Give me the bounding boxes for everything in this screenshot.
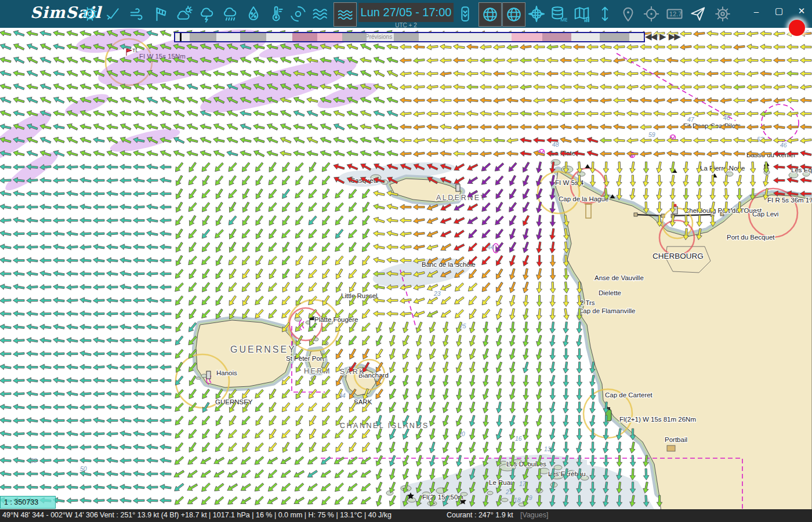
poi-pin-icon[interactable]	[618, 4, 638, 24]
timeline-segment	[240, 33, 266, 41]
compass-rose-icon[interactable]	[527, 4, 546, 24]
svg-text:FI R 5s 36m 17: FI R 5s 36m 17	[767, 197, 812, 204]
statusbar: 49°N 48' 344 - 002°W 14' 306 Vent : 251°…	[0, 509, 812, 522]
timeline-segment	[600, 33, 629, 41]
svg-text:Fl(2) 15s 50m: Fl(2) 15s 50m	[422, 494, 463, 501]
settings-icon[interactable]	[80, 4, 100, 24]
cursor-position: 49°N 48' 344 - 002°W 14' 306	[2, 511, 98, 519]
updown-icon[interactable]	[595, 4, 615, 24]
svg-text:23: 23	[433, 290, 441, 297]
timeline-cursor[interactable]	[180, 33, 182, 41]
svg-text:Port du Becquet: Port du Becquet	[727, 234, 775, 241]
scale-indicator: 1 : 350733	[0, 496, 56, 509]
timeline-segment	[512, 33, 542, 41]
playback-controls: ◀◀▶▶▶	[645, 31, 683, 42]
rewind-button[interactable]: ◀◀	[645, 31, 656, 41]
svg-text:Fit Deep-Sea Pilots: Fit Deep-Sea Pilots	[683, 122, 741, 129]
current-readout: Courant : 247° 1.9 kt	[447, 511, 513, 519]
chart-map[interactable]: TL47595246464836585044342117191813162023…	[0, 28, 812, 509]
maximize-button[interactable]: ▢	[767, 0, 791, 22]
svg-text:12.7: 12.7	[669, 10, 682, 17]
clock-date: Lun 27/05 - 17:00	[361, 6, 452, 19]
svg-text:Hanois: Hanois	[216, 369, 237, 376]
send-icon[interactable]	[688, 4, 708, 24]
value-badge-icon[interactable]: 12.7	[665, 4, 684, 24]
timeline-segment	[542, 33, 571, 41]
svg-text:Anse de Vauville: Anse de Vauville	[594, 274, 644, 281]
thermometer-icon[interactable]	[266, 4, 286, 24]
svg-text:Portbail: Portbail	[665, 436, 687, 443]
simsail-window: SimSail Lun 27/05 - 17:00 UTC + 2 MB12.7…	[0, 0, 812, 522]
database-mb-icon[interactable]: MB	[549, 4, 568, 24]
svg-text:St Peter Port: St Peter Port	[286, 355, 325, 362]
svg-text:GUERNSEY: GUERNSEY	[230, 345, 296, 354]
svg-text:48: 48	[552, 141, 559, 148]
humidity-icon[interactable]	[244, 4, 263, 24]
svg-text:Cap de Carteret: Cap de Carteret	[605, 392, 653, 398]
svg-text:Dielette: Dielette	[599, 289, 621, 296]
timeline-segment	[292, 33, 317, 41]
wind-icon[interactable]	[128, 4, 147, 24]
cyclone-icon[interactable]	[288, 4, 308, 24]
svg-text:Cap Levi: Cap Levi	[752, 211, 778, 217]
globe-layer-icon[interactable]	[478, 2, 502, 27]
forecast-timeline[interactable]: Prévisions	[174, 32, 645, 42]
chart-catalog-icon[interactable]	[572, 4, 592, 24]
svg-text:CHERBOURG: CHERBOURG	[652, 252, 704, 260]
chevrons-panel-icon[interactable]	[455, 4, 475, 24]
target-icon[interactable]	[641, 4, 661, 24]
svg-text:MB: MB	[560, 17, 567, 23]
clock-display[interactable]: Lun 27/05 - 17:00	[358, 3, 454, 22]
storm-icon[interactable]	[198, 4, 217, 24]
timeline-segment	[317, 33, 342, 41]
chart-canvas: TL47595246464836585044342117191813162023…	[0, 28, 812, 509]
forward-button[interactable]: ▶▶	[669, 31, 680, 41]
svg-text:CHANNEL ISLANDS: CHANNEL ISLANDS	[340, 422, 429, 430]
svg-text:16: 16	[515, 435, 522, 442]
record-indicator[interactable]	[789, 20, 805, 36]
svg-text:Cap de Flamanville: Cap de Flamanville	[578, 307, 635, 314]
svg-text:Little Russel: Little Russel	[341, 292, 378, 299]
wind-readout: Vent : 251° 13.9 kt (4 Bf) +18.7 kt | 10…	[100, 511, 392, 519]
titlebar: SimSail Lun 27/05 - 17:00 UTC + 2 MB12.7…	[0, 0, 812, 28]
svg-text:Cherbourg Port du l'Ouest: Cherbourg Port du l'Ouest	[684, 207, 762, 214]
sun-cloud-icon[interactable]	[175, 4, 194, 24]
validate-icon[interactable]	[103, 4, 123, 24]
minimize-button[interactable]: –	[744, 0, 768, 22]
helm-icon[interactable]	[713, 4, 733, 24]
windsock-icon[interactable]	[151, 4, 171, 24]
svg-text:2 Trs: 2 Trs	[580, 299, 595, 306]
clock-utc-offset: UTC + 2	[358, 22, 454, 28]
svg-text:ALDERNEY: ALDERNEY	[436, 194, 487, 202]
timeline-label: Prévisions	[365, 34, 392, 40]
timeline-segment	[342, 33, 367, 41]
svg-text:59: 59	[648, 131, 655, 138]
close-button[interactable]: ✕	[789, 0, 812, 22]
play-button[interactable]: ▶	[659, 31, 665, 41]
waves-icon[interactable]	[311, 4, 331, 24]
svg-text:46: 46	[780, 142, 787, 148]
svg-text:Fl(2+1) W 15s 81m 26Nm: Fl(2+1) W 15s 81m 26Nm	[619, 416, 696, 423]
svg-text:HERM: HERM	[304, 367, 331, 375]
waves-layer-tag: [Vagues]	[520, 511, 548, 519]
waves-layer-icon[interactable]	[334, 2, 357, 27]
timeline-segment	[394, 33, 419, 41]
svg-text:Cap de la Hague: Cap de la Hague	[559, 195, 608, 202]
timeline-segment	[190, 33, 216, 41]
globe2-layer-icon[interactable]	[502, 2, 525, 27]
rain-icon[interactable]	[221, 4, 241, 24]
